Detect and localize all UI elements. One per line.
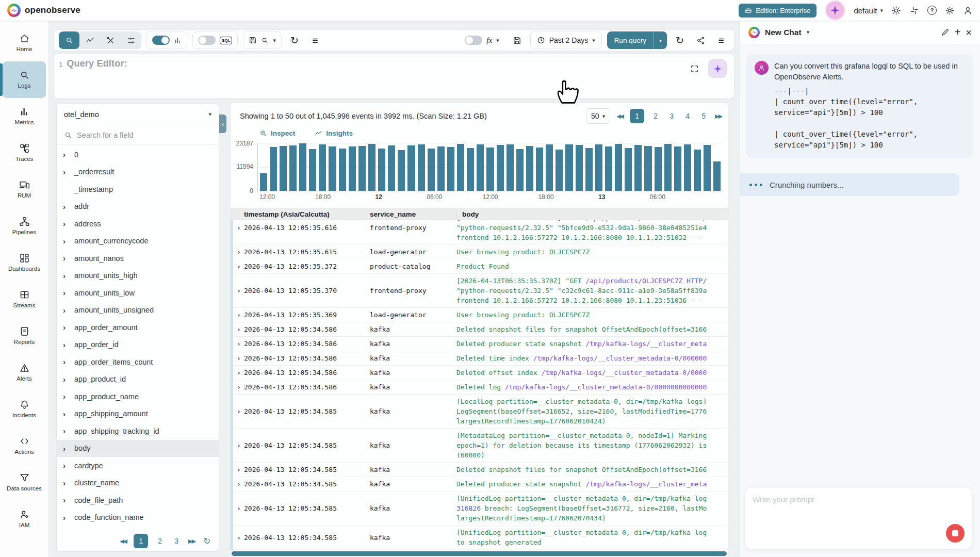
function-toggle[interactable] bbox=[465, 36, 482, 45]
field-item-code_file_path[interactable]: ›code_file_path bbox=[57, 492, 219, 509]
log-row[interactable]: ›2026-04-13 12:05:35.616frontend-proxy[2… bbox=[234, 220, 728, 245]
expand-field-icon[interactable]: › bbox=[63, 306, 69, 315]
expand-row-icon[interactable]: › bbox=[234, 287, 244, 294]
expand-field-icon[interactable]: › bbox=[63, 479, 69, 487]
save-function-icon[interactable] bbox=[510, 32, 525, 48]
first-page-icon[interactable]: ◀◀ bbox=[616, 113, 623, 120]
log-row[interactable]: ›2026-04-13 12:05:34.585kafkaDeleted tim… bbox=[234, 550, 728, 551]
histogram-bar[interactable] bbox=[339, 149, 346, 191]
fullscreen-icon[interactable] bbox=[687, 61, 702, 76]
field-item-app_product_name[interactable]: ›app_product_name bbox=[57, 388, 219, 405]
histogram-bar[interactable] bbox=[299, 143, 306, 191]
histogram-bar[interactable] bbox=[319, 144, 326, 191]
log-row[interactable]: ›2026-04-13 12:05:35.369load-generatorUs… bbox=[234, 308, 728, 322]
histogram-bar[interactable] bbox=[437, 146, 445, 191]
log-row[interactable]: ›2026-04-13 12:05:35.370frontend-proxy[2… bbox=[234, 274, 728, 308]
expand-field-icon[interactable]: › bbox=[63, 168, 69, 176]
close-chat-icon[interactable]: × bbox=[966, 27, 972, 38]
histogram-bar[interactable] bbox=[447, 147, 454, 191]
expand-field-icon[interactable]: › bbox=[63, 340, 69, 349]
expand-field-icon[interactable]: › bbox=[63, 202, 69, 211]
histogram-toggle[interactable] bbox=[152, 36, 170, 45]
histogram-bar[interactable] bbox=[358, 146, 366, 191]
expand-row-icon[interactable]: › bbox=[234, 224, 244, 232]
field-item-_timestamp[interactable]: _timestamp bbox=[57, 181, 219, 198]
ai-sparkle-button[interactable] bbox=[708, 59, 727, 78]
page-2-button[interactable]: 2 bbox=[155, 537, 165, 545]
page-3-button[interactable]: 3 bbox=[172, 537, 181, 545]
sidebar-item-alerts[interactable]: Alerts bbox=[3, 354, 46, 391]
histogram-bar[interactable] bbox=[418, 144, 425, 191]
log-row[interactable]: ›2026-04-13 12:05:34.585kafkaDeleted sna… bbox=[234, 463, 728, 477]
brand[interactable]: openobserve bbox=[7, 4, 80, 17]
histogram-bar[interactable] bbox=[477, 144, 484, 191]
results-menu-icon[interactable]: ≡ bbox=[713, 32, 729, 48]
expand-field-icon[interactable]: › bbox=[63, 496, 69, 504]
histogram-bar[interactable] bbox=[694, 150, 701, 191]
histogram-bar[interactable] bbox=[684, 144, 691, 191]
field-item-body[interactable]: ›body bbox=[57, 440, 219, 457]
log-row[interactable]: ›2026-04-13 12:05:34.585kafka[LocalLog p… bbox=[234, 395, 728, 429]
expand-field-icon[interactable]: › bbox=[63, 513, 69, 522]
expand-field-icon[interactable]: › bbox=[63, 323, 69, 332]
first-page-icon[interactable]: ◀◀ bbox=[120, 538, 126, 545]
field-item-app_shipping_amount[interactable]: ›app_shipping_amount bbox=[57, 405, 219, 423]
inspect-button[interactable]: Inspect bbox=[259, 129, 295, 137]
field-item-cardtype[interactable]: ›cardtype bbox=[57, 457, 219, 474]
tools-tab[interactable] bbox=[100, 31, 121, 49]
histogram-bar[interactable] bbox=[713, 161, 721, 191]
expand-row-icon[interactable]: › bbox=[234, 325, 244, 333]
log-row[interactable]: ›2026-04-13 12:05:34.585kafka[MetadataLo… bbox=[234, 429, 728, 463]
chevron-down-icon[interactable]: ▾ bbox=[807, 29, 810, 36]
histogram-bar[interactable] bbox=[428, 149, 435, 191]
events-histogram[interactable]: 23187115940 12:0018:001206:0012:0018:001… bbox=[231, 140, 728, 208]
histogram-bar[interactable] bbox=[634, 145, 642, 191]
sidebar-item-reports[interactable]: Reports bbox=[3, 318, 46, 354]
expand-field-icon[interactable]: › bbox=[63, 461, 69, 470]
log-row[interactable]: ›2026-04-13 12:05:34.586kafkaDeleted pro… bbox=[234, 337, 728, 351]
collapse-fields-handle[interactable]: ‹ bbox=[219, 114, 226, 133]
share-icon[interactable] bbox=[693, 32, 708, 48]
visualize-tab[interactable] bbox=[79, 31, 100, 49]
histogram-bar[interactable] bbox=[309, 149, 316, 191]
column-service-name[interactable]: service_name bbox=[370, 210, 456, 218]
expand-field-icon[interactable]: › bbox=[63, 254, 69, 263]
histogram-bar[interactable] bbox=[457, 144, 464, 191]
field-search[interactable] bbox=[57, 125, 219, 145]
sidebar-item-incidents[interactable]: Incidents bbox=[3, 391, 46, 428]
expand-row-icon[interactable]: › bbox=[234, 407, 244, 415]
expand-row-icon[interactable]: › bbox=[234, 383, 244, 391]
search-tab[interactable] bbox=[59, 31, 79, 49]
log-row[interactable]: ›2026-04-13 12:05:35.372product-catalogP… bbox=[234, 259, 728, 274]
field-item-app_product_id[interactable]: ›app_product_id bbox=[57, 371, 219, 388]
histogram-bar[interactable] bbox=[329, 146, 336, 191]
expand-field-icon[interactable]: › bbox=[63, 409, 69, 418]
run-query-button[interactable]: Run query ▾ bbox=[607, 31, 667, 49]
column-body[interactable]: body bbox=[456, 210, 728, 218]
histogram-bar[interactable] bbox=[260, 173, 267, 191]
histogram-bar[interactable] bbox=[644, 146, 651, 191]
field-item-amount_currencycode[interactable]: ›amount_currencycode bbox=[57, 233, 219, 250]
edit-chat-icon[interactable] bbox=[941, 28, 950, 37]
sidebar-item-logs[interactable]: Logs bbox=[3, 61, 46, 98]
histogram-bar[interactable] bbox=[605, 146, 612, 191]
histogram-bar[interactable] bbox=[595, 144, 602, 191]
histogram-bar[interactable] bbox=[407, 145, 415, 191]
histogram-bar[interactable] bbox=[625, 148, 632, 191]
histogram-bar[interactable] bbox=[565, 144, 573, 191]
histogram-bar[interactable] bbox=[289, 145, 297, 191]
histogram-bar[interactable] bbox=[674, 146, 681, 191]
sql-mode-toggle-group[interactable]: SQL bbox=[192, 31, 238, 49]
field-item-_orderresult[interactable]: ›_orderresult bbox=[57, 163, 219, 181]
horizontal-scrollbar[interactable] bbox=[232, 551, 727, 556]
prompt-input[interactable] bbox=[745, 488, 972, 549]
expand-row-icon[interactable]: › bbox=[234, 311, 244, 319]
ai-assistant-button[interactable] bbox=[825, 0, 845, 21]
time-range-picker[interactable]: Past 2 Days ▾ bbox=[530, 31, 602, 49]
histogram-bar[interactable] bbox=[516, 149, 524, 191]
new-chat-icon[interactable]: + bbox=[955, 26, 961, 38]
histogram-bar[interactable] bbox=[576, 145, 583, 191]
field-item-app_shipping_tracking_id[interactable]: ›app_shipping_tracking_id bbox=[57, 422, 219, 440]
stop-generation-button[interactable] bbox=[946, 524, 965, 543]
histogram-bar[interactable] bbox=[585, 148, 593, 191]
